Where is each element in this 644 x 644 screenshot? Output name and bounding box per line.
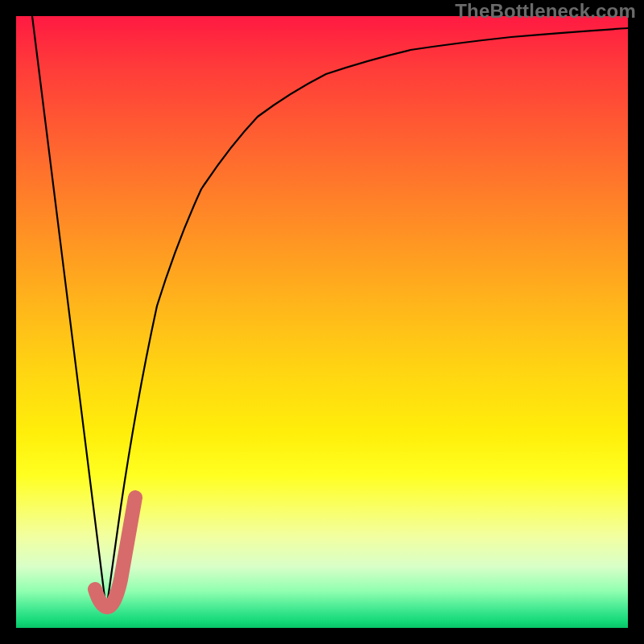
curve-right-ascent bbox=[106, 28, 628, 610]
attribution-text: TheBottleneck.com bbox=[455, 0, 636, 23]
plot-area bbox=[16, 16, 628, 628]
chart-frame: TheBottleneck.com bbox=[0, 0, 644, 644]
curve-left-descent bbox=[32, 16, 106, 610]
curve-layer bbox=[16, 16, 628, 628]
